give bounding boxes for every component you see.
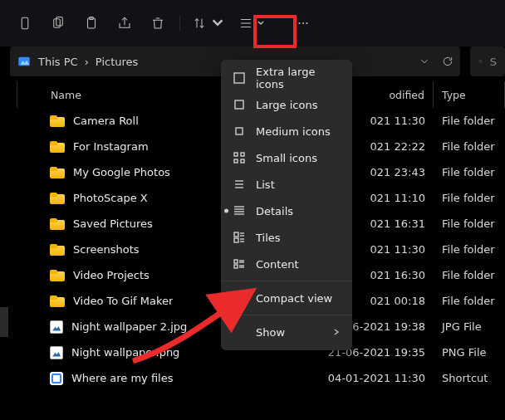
view-menu-sm[interactable]: Small icons	[221, 144, 352, 171]
column-type-label: Type	[442, 89, 466, 101]
folder-icon	[50, 218, 65, 230]
svg-point-8	[298, 22, 300, 24]
chevron-right-icon: ›	[85, 56, 89, 68]
view-menu-list[interactable]: List	[221, 171, 352, 198]
menu-item-label: Small icons	[256, 152, 317, 164]
menu-item-label: Content	[256, 258, 299, 271]
view-menu-tiles[interactable]: Tiles	[221, 224, 352, 251]
svg-line-14	[482, 62, 483, 63]
svg-rect-15	[234, 73, 244, 83]
file-type: File folder	[442, 140, 495, 153]
file-type: File folder	[442, 115, 495, 127]
folder-icon	[50, 167, 65, 178]
shortcut-icon	[50, 372, 63, 385]
svg-rect-1	[54, 19, 61, 28]
file-name: Where are my files	[71, 372, 174, 384]
breadcrumb-root[interactable]: This PC	[38, 56, 78, 68]
sort-button[interactable]	[187, 8, 230, 38]
file-date: 021 23:43	[370, 166, 425, 178]
chevron-right-icon	[332, 328, 341, 336]
file-name: Video Projects	[73, 269, 150, 281]
folder-icon	[50, 244, 65, 256]
breadcrumb[interactable]: This PC › Pictures	[38, 56, 138, 68]
search-placeholder: S	[490, 56, 497, 68]
copy-button[interactable]	[43, 8, 73, 38]
svg-rect-0	[22, 17, 28, 29]
file-row[interactable]: Where are my files04-01-2021 11:30Shortc…	[0, 365, 505, 391]
file-date: 021 00:18	[370, 295, 425, 307]
column-date-label: odified	[389, 89, 424, 101]
toolbar	[0, 0, 505, 46]
breadcrumb-folder[interactable]: Pictures	[96, 56, 138, 68]
svg-rect-29	[234, 232, 238, 237]
column-name-label: Name	[51, 89, 81, 101]
file-name: For Instagram	[73, 140, 149, 153]
pictures-icon	[17, 54, 32, 69]
folder-icon	[50, 115, 65, 127]
file-date: 021 16:31	[370, 217, 425, 230]
share-button[interactable]	[110, 8, 140, 38]
more-button[interactable]	[288, 8, 318, 38]
menu-item-label: Compact view	[256, 292, 332, 305]
svg-point-10	[306, 22, 307, 24]
file-explorer-window: This PC › Pictures S Name ˄ odified Type	[0, 0, 505, 420]
file-type: File folder	[442, 295, 495, 307]
folder-icon	[50, 193, 65, 204]
file-type: Shortcut	[442, 372, 488, 384]
md-icon	[233, 125, 246, 138]
chevron-down-icon[interactable]	[419, 56, 430, 67]
view-menu-compact[interactable]: Compact view	[221, 285, 352, 311]
svg-rect-19	[241, 153, 244, 156]
file-date: 021 16:30	[370, 269, 425, 281]
menu-separator	[221, 315, 352, 315]
svg-rect-35	[234, 260, 238, 263]
file-type: PNG File	[442, 346, 487, 359]
column-type[interactable]: Type	[434, 81, 505, 108]
file-type: File folder	[442, 166, 495, 178]
file-name: Camera Roll	[73, 115, 139, 127]
svg-rect-38	[234, 265, 238, 268]
view-menu-xl[interactable]: Extra large icons	[221, 65, 352, 91]
file-name: Screenshots	[73, 243, 140, 256]
view-menu: Extra large iconsLarge iconsMedium icons…	[221, 60, 352, 350]
folder-icon	[50, 141, 65, 153]
svg-rect-2	[56, 17, 63, 27]
view-menu-md[interactable]: Medium icons	[221, 118, 352, 144]
delete-button[interactable]	[143, 8, 173, 38]
file-type: File folder	[442, 269, 495, 281]
det-icon	[233, 204, 246, 217]
list-icon	[233, 178, 246, 191]
menu-item-label: Show	[256, 326, 285, 339]
refresh-icon[interactable]	[442, 56, 454, 67]
image-icon	[50, 346, 63, 359]
file-name: My Google Photos	[73, 166, 170, 178]
file-type: File folder	[442, 217, 495, 230]
file-name: Night wallpaper.png	[71, 346, 179, 359]
menu-item-label: Medium icons	[256, 125, 331, 138]
file-date: 04-01-2021 11:30	[328, 372, 425, 384]
file-type: JPG File	[442, 320, 482, 333]
file-date: 021 22:22	[370, 140, 425, 153]
menu-separator	[221, 281, 352, 281]
svg-rect-21	[241, 159, 244, 163]
tiles-icon	[233, 231, 246, 244]
svg-rect-16	[235, 100, 243, 109]
view-menu-det[interactable]: Details	[221, 198, 352, 224]
view-button[interactable]	[233, 8, 270, 38]
svg-rect-20	[234, 159, 238, 163]
new-button[interactable]	[10, 8, 40, 38]
paste-button[interactable]	[76, 8, 106, 38]
view-menu-lg[interactable]: Large icons	[221, 91, 352, 118]
file-name: Saved Pictures	[73, 217, 153, 230]
svg-rect-32	[234, 238, 238, 242]
view-menu-cont[interactable]: Content	[221, 251, 352, 277]
menu-item-label: Extra large icons	[256, 66, 341, 90]
xl-icon	[233, 71, 246, 85]
view-menu-show[interactable]: Show	[221, 319, 352, 345]
menu-item-label: List	[256, 178, 275, 191]
menu-item-label: Tiles	[256, 232, 281, 244]
search-input[interactable]: S	[470, 46, 505, 76]
folder-icon	[50, 270, 65, 281]
svg-rect-18	[234, 153, 238, 156]
file-name: PhotoScape X	[73, 192, 148, 204]
